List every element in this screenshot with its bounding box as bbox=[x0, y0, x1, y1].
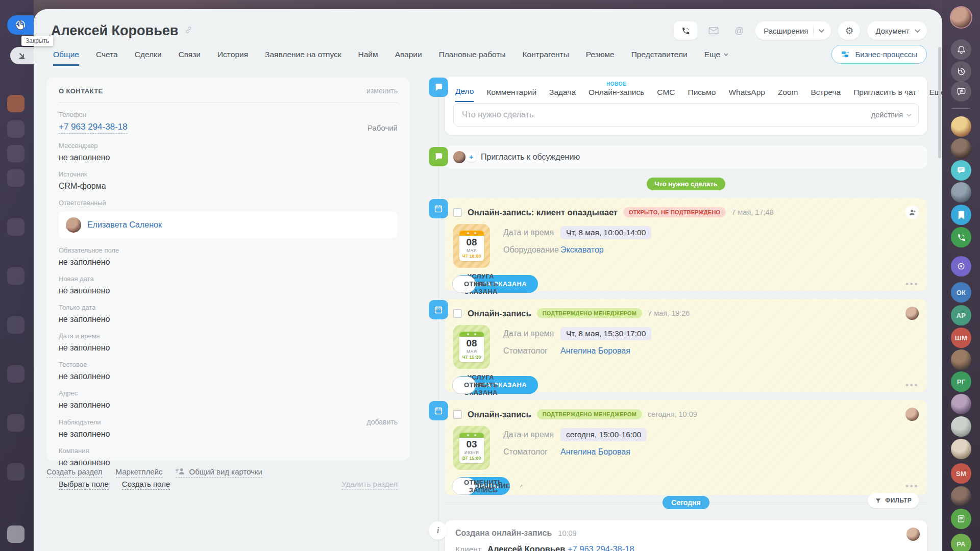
calls-icon[interactable] bbox=[951, 227, 971, 247]
tab-more[interactable]: Еще bbox=[704, 50, 727, 64]
chat-avatar-initials[interactable]: РГ bbox=[951, 371, 971, 392]
composer-tab-meeting[interactable]: Встреча bbox=[811, 88, 841, 102]
settings-button[interactable]: ⚙ bbox=[838, 21, 860, 40]
card-title[interactable]: Онлайн-запись bbox=[468, 309, 531, 318]
tab-hiring[interactable]: Найм bbox=[358, 50, 378, 64]
composer-tab-online-booking[interactable]: НОВОЕ Онлайн-запись bbox=[589, 88, 644, 102]
call-button[interactable] bbox=[674, 21, 697, 40]
specialist-link[interactable]: Ангелина Боровая bbox=[560, 346, 630, 356]
add-watchers-link[interactable]: добавить bbox=[367, 418, 398, 426]
chat-avatar[interactable] bbox=[951, 486, 971, 507]
composer-tab-activity[interactable]: Дело bbox=[455, 87, 474, 102]
minimize-slider-button[interactable] bbox=[10, 47, 34, 64]
tab-general[interactable]: Общие bbox=[53, 50, 79, 66]
composer-tab-sms[interactable]: СМС bbox=[657, 88, 675, 102]
chat-avatar[interactable] bbox=[951, 138, 971, 159]
invite-to-discussion-row[interactable]: + Пригласить к обсуждению bbox=[445, 146, 927, 168]
log-client-phone-link[interactable]: +7 963 294-38-18 bbox=[568, 544, 634, 551]
filter-button[interactable]: ФИЛЬТР bbox=[868, 493, 919, 508]
calendar-day: 03 bbox=[459, 438, 484, 450]
report-channel-icon[interactable] bbox=[951, 509, 971, 529]
tab-deals[interactable]: Сделки bbox=[135, 50, 162, 64]
delete-section-link[interactable]: Удалить раздел bbox=[341, 480, 398, 490]
more-menu-icon[interactable]: ••• bbox=[905, 381, 919, 390]
saved-messages-icon[interactable] bbox=[951, 205, 971, 225]
calendar-day: 08 bbox=[459, 337, 484, 349]
chat-avatar-initials[interactable]: РА bbox=[951, 534, 971, 551]
responsible-user-link[interactable]: Елизавета Саленок bbox=[87, 220, 162, 230]
calendar-month: МАЯ bbox=[459, 248, 484, 253]
composer-chat-icon bbox=[429, 78, 448, 97]
composer-tab-task[interactable]: Задача bbox=[549, 88, 576, 102]
card-title[interactable]: Онлайн-запись: клиент опаздывает bbox=[468, 208, 618, 217]
copy-link-icon[interactable] bbox=[184, 26, 193, 36]
scrollbar-thumb[interactable] bbox=[938, 47, 941, 158]
edit-link[interactable]: изменить bbox=[366, 87, 398, 95]
create-field-link[interactable]: Создать поле bbox=[122, 480, 170, 490]
composer-tabs: Дело Комментарий Задача НОВОЕ Онлайн-зап… bbox=[445, 77, 927, 102]
marketplace-link[interactable]: Маркетплейс bbox=[116, 467, 163, 478]
open-channel-button[interactable]: @ bbox=[730, 21, 748, 40]
tab-resume[interactable]: Резюме bbox=[586, 50, 615, 64]
chat-avatar-initials[interactable]: SM bbox=[951, 463, 971, 484]
chat-avatar[interactable] bbox=[951, 394, 971, 414]
chat-avatar[interactable] bbox=[951, 439, 971, 459]
create-section-link[interactable]: Создать раздел bbox=[46, 467, 103, 478]
phone-link[interactable]: +7 963 294-38-18 bbox=[59, 122, 128, 134]
chat-avatar[interactable] bbox=[951, 182, 971, 203]
add-participant-button[interactable] bbox=[905, 206, 919, 219]
chat-avatar-initials[interactable]: АР bbox=[951, 305, 971, 325]
todo-input[interactable] bbox=[462, 110, 871, 119]
card-checkbox[interactable] bbox=[453, 208, 462, 217]
composer-tab-email[interactable]: Письмо bbox=[688, 88, 716, 102]
chat-transfer-icon[interactable] bbox=[951, 81, 971, 102]
blurred-app-icon bbox=[7, 267, 24, 285]
chat-avatar[interactable] bbox=[951, 116, 971, 137]
more-menu-icon[interactable]: ••• bbox=[905, 482, 919, 491]
tab-representatives[interactable]: Представители bbox=[631, 50, 688, 64]
tab-invoices[interactable]: Счета bbox=[96, 50, 118, 64]
open-button[interactable]: ОТКРЫТЬ bbox=[452, 377, 476, 394]
tab-counterparties[interactable]: Контрагенты bbox=[523, 50, 569, 64]
card-checkbox[interactable] bbox=[453, 410, 462, 419]
tab-vacation-request[interactable]: Заявление на отпуск bbox=[265, 50, 341, 64]
specialist-link[interactable]: Ангелина Боровая bbox=[560, 447, 630, 457]
card-checkbox[interactable] bbox=[453, 309, 462, 318]
composer-tab-comment[interactable]: Комментарий bbox=[486, 88, 536, 102]
open-button[interactable]: ОТКРЫТЬ bbox=[452, 276, 476, 293]
timeline-log-entry: Создана онлайн-запись 10:09 Клиент Алекс… bbox=[445, 520, 927, 551]
more-menu-icon[interactable]: ••• bbox=[905, 280, 919, 289]
select-field-link[interactable]: Выбрать поле bbox=[59, 480, 109, 490]
resource-link[interactable]: Экскаватор bbox=[560, 245, 604, 255]
chat-avatar-initials[interactable]: ШМ bbox=[951, 328, 971, 348]
messenger-channel-icon[interactable] bbox=[951, 160, 971, 181]
composer-tab-zoom[interactable]: Zoom bbox=[778, 88, 798, 102]
chat-avatar[interactable] bbox=[951, 349, 971, 370]
gear-icon: ⚙ bbox=[845, 26, 853, 36]
notifications-bell-icon[interactable] bbox=[951, 39, 971, 60]
business-processes-button[interactable]: Бизнес-процессы bbox=[831, 45, 927, 64]
chat-avatar[interactable] bbox=[951, 416, 971, 437]
email-button[interactable] bbox=[704, 21, 723, 40]
cancel-booking-button[interactable]: ОТМЕНИТЬ ЗАПИСЬ bbox=[452, 478, 476, 495]
field-value-test: не заполнено bbox=[59, 372, 398, 381]
actions-dropdown[interactable]: действия bbox=[871, 111, 910, 119]
history-icon[interactable] bbox=[951, 61, 971, 82]
avatar bbox=[906, 528, 920, 541]
tab-accidents[interactable]: Аварии bbox=[395, 50, 422, 64]
extensions-button[interactable]: Расширения bbox=[755, 21, 831, 40]
recordings-icon[interactable] bbox=[951, 256, 971, 277]
chat-avatar-initials[interactable]: ОК bbox=[951, 282, 971, 303]
card-title[interactable]: Онлайн-запись bbox=[468, 410, 531, 419]
responsible-card: Елизавета Саленок bbox=[59, 212, 398, 238]
field-value-required: не заполнено bbox=[59, 258, 398, 267]
user-avatar[interactable] bbox=[951, 7, 971, 28]
field-label-watchers: Наблюдатели bbox=[59, 418, 101, 426]
tab-relations[interactable]: Связи bbox=[179, 50, 201, 64]
composer-tab-whatsapp[interactable]: WhatsApp bbox=[728, 88, 765, 102]
tab-planned-works[interactable]: Плановые работы bbox=[439, 50, 506, 64]
document-button[interactable]: Документ bbox=[867, 21, 927, 40]
composer-tab-invite-chat[interactable]: Пригласить в чат bbox=[853, 88, 916, 102]
tab-history[interactable]: История bbox=[217, 50, 248, 64]
card-view-link[interactable]: Общий вид карточки bbox=[176, 467, 262, 478]
